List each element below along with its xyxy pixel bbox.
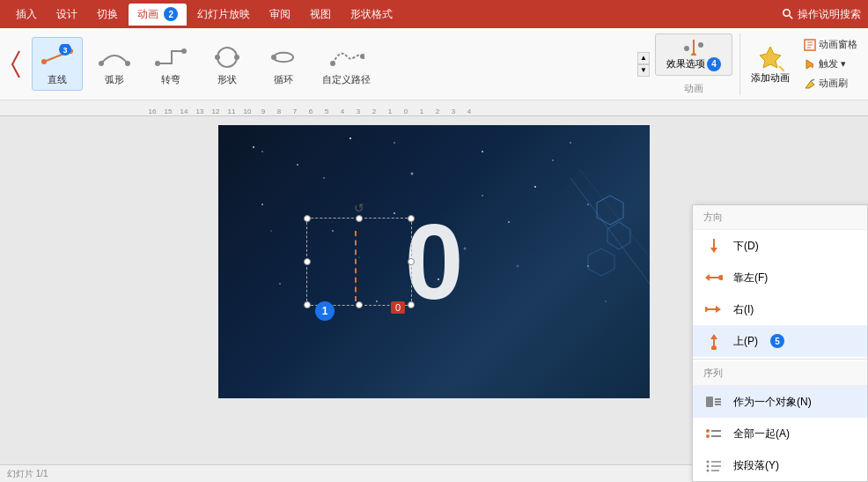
animation-brush-button[interactable]: 动画刷	[800, 75, 861, 92]
svg-point-35	[534, 186, 536, 188]
menu-slideshow[interactable]: 幻灯片放映	[188, 4, 259, 26]
menu-bar: 插入 设计 切换 动画 2 幻灯片放映 审阅 视图 形状格式 操作说明搜索	[0, 0, 868, 28]
tool-line[interactable]: 3 直线	[32, 37, 83, 91]
svg-text:▾: ▾	[811, 63, 814, 70]
search-label[interactable]: 操作说明搜索	[798, 7, 861, 22]
direction-down-label: 下(D)	[733, 239, 759, 254]
svg-point-30	[253, 146, 254, 148]
direction-up[interactable]: 上(P) 5	[693, 325, 867, 357]
trigger-label: 触发 ▾	[819, 57, 846, 70]
svg-point-33	[411, 173, 414, 175]
seq-all[interactable]: 全部一起(A)	[693, 418, 867, 449]
menu-shape-format[interactable]: 形状格式	[342, 4, 401, 26]
svg-point-18	[691, 53, 696, 56]
handle-mr[interactable]	[408, 258, 415, 265]
svg-point-72	[707, 470, 710, 472]
tool-line-label: 直线	[48, 73, 67, 86]
svg-line-49	[570, 178, 650, 284]
menu-animation[interactable]: 动画 2	[129, 4, 187, 26]
menu-view[interactable]: 视图	[301, 4, 340, 26]
ruler-content: 16 15 14 13 12 11 10 9 8 7 6 5 4 3 2 1 0…	[4, 100, 864, 115]
animation-brush-icon	[804, 78, 816, 90]
svg-point-16	[360, 54, 364, 59]
loop-icon	[266, 41, 301, 73]
svg-marker-21	[760, 47, 781, 68]
tool-shape[interactable]: 形状	[202, 38, 252, 90]
svg-point-19	[684, 46, 689, 51]
tool-turn[interactable]: 转弯	[146, 38, 195, 90]
direction-section-title: 方向	[693, 205, 867, 230]
rotate-handle[interactable]: ↺	[354, 201, 364, 215]
menu-design[interactable]: 设计	[48, 4, 86, 26]
effect-options-icon	[683, 38, 704, 56]
svg-marker-52	[710, 248, 717, 253]
line-icon: 3	[40, 41, 75, 73]
ruler: 16 15 14 13 12 11 10 9 8 7 6 5 4 3 2 1 0…	[0, 100, 868, 116]
svg-point-55	[718, 275, 723, 280]
tool-arc-label: 弧形	[105, 73, 124, 86]
arc-icon	[97, 41, 132, 73]
arrow-right-icon	[703, 299, 725, 320]
seq-single-label: 作为一个对象(N)	[733, 395, 812, 410]
direction-left-label: 靠左(F)	[733, 271, 768, 285]
ribbon: 3 直线 弧形	[0, 28, 868, 100]
tool-arc[interactable]: 弧形	[90, 38, 139, 90]
svg-point-39	[394, 212, 395, 214]
animation-pane-icon	[804, 39, 816, 51]
menu-transition[interactable]: 切换	[88, 4, 127, 26]
tool-loop[interactable]: 循环	[259, 38, 308, 90]
seq-single[interactable]: 作为一个对象(N)	[693, 386, 867, 418]
seq-single-icon	[703, 391, 725, 412]
custom-icon	[329, 41, 364, 73]
trigger-button[interactable]: ▾ 触发 ▾	[800, 56, 861, 72]
tool-shape-label: 形状	[217, 73, 237, 86]
menu-review[interactable]: 审阅	[261, 4, 299, 26]
svg-point-11	[217, 48, 237, 67]
animation-pane-label: 动画窗格	[819, 38, 857, 51]
seq-paragraph-icon	[703, 455, 725, 476]
svg-marker-47	[607, 222, 630, 249]
slide-canvas[interactable]: 0 ↺ 1 0	[218, 125, 650, 398]
handle-bm[interactable]	[356, 301, 363, 308]
tool-custom[interactable]: 自定义路径	[315, 38, 378, 90]
svg-point-37	[261, 204, 263, 205]
menu-insert[interactable]: 插入	[7, 4, 46, 26]
search-area: 操作说明搜索	[783, 7, 861, 22]
svg-marker-48	[588, 248, 614, 276]
object-badge: 1	[315, 301, 335, 321]
direction-down[interactable]: 下(D)	[693, 230, 867, 262]
add-animation-button[interactable]: 添加动画	[744, 40, 797, 88]
handle-tm[interactable]	[356, 215, 363, 222]
anim-left-icon	[7, 42, 25, 86]
svg-point-7	[99, 61, 104, 66]
animation-brush-label: 动画刷	[819, 77, 848, 90]
arrow-left-icon	[703, 267, 725, 288]
svg-point-13	[234, 55, 239, 60]
effect-options-button[interactable]: 效果选项 4	[655, 33, 732, 76]
svg-point-36	[570, 142, 571, 144]
svg-point-20	[698, 42, 703, 48]
ribbon-scroll-down[interactable]: ▼	[637, 64, 650, 77]
seq-all-label: 全部一起(A)	[733, 426, 790, 441]
handle-tr[interactable]	[408, 215, 415, 222]
search-icon	[783, 9, 793, 19]
animation-pane-button[interactable]: 动画窗格	[800, 36, 861, 53]
handle-bl[interactable]	[304, 301, 311, 308]
svg-point-15	[330, 61, 335, 66]
svg-point-12	[215, 55, 220, 60]
handle-tl[interactable]	[304, 215, 311, 222]
ribbon-scroll-up[interactable]: ▲	[637, 52, 650, 64]
arrow-up-icon	[703, 330, 725, 352]
handle-ml[interactable]	[304, 258, 311, 265]
direction-right[interactable]: 右(I)	[693, 293, 867, 325]
svg-point-66	[706, 429, 710, 433]
svg-point-0	[783, 10, 791, 17]
svg-point-43	[279, 283, 281, 285]
trigger-icon: ▾	[804, 58, 816, 70]
selection-box[interactable]: ↺	[306, 218, 412, 306]
svg-point-3	[41, 59, 47, 64]
seq-paragraph[interactable]: 按段落(Y)	[693, 449, 867, 481]
direction-left[interactable]: 靠左(F)	[693, 262, 867, 293]
handle-br[interactable]	[408, 301, 415, 308]
ribbon-right: 添加动画 动画窗格 ▾	[744, 36, 861, 92]
